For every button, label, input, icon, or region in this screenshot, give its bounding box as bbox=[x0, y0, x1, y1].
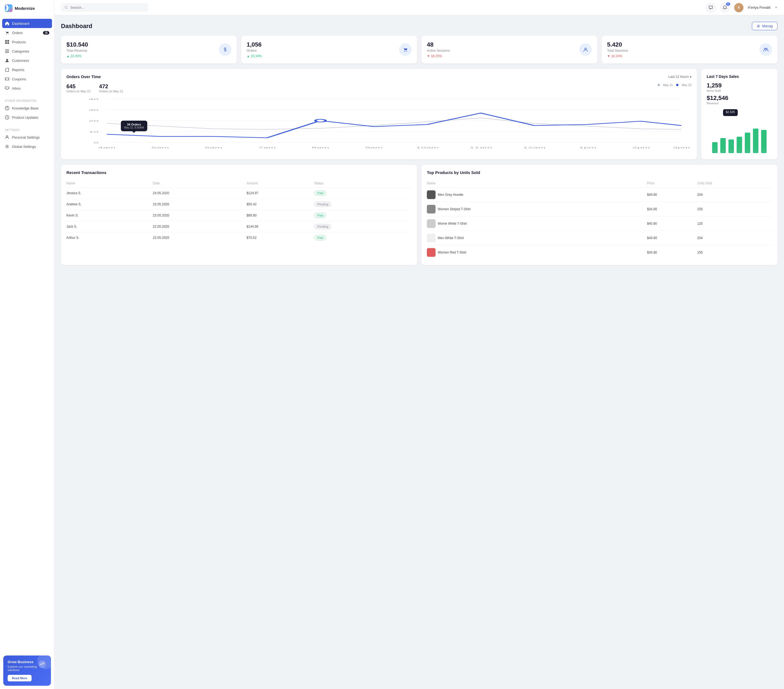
gear-icon bbox=[756, 24, 760, 28]
cell-name: Jack S. bbox=[66, 221, 153, 232]
chat-button[interactable] bbox=[706, 3, 716, 13]
header: 5 X X'eriya Ponald ▼ bbox=[54, 0, 784, 15]
svg-text:12am: 12am bbox=[523, 146, 545, 149]
read-more-button[interactable]: Read More bbox=[8, 675, 31, 681]
active-sessions-change: ▼18.25% bbox=[427, 54, 579, 58]
product-image bbox=[427, 234, 436, 242]
cell-product-name: Women Red T-Shirt bbox=[427, 246, 647, 260]
manage-button[interactable]: Manag bbox=[752, 22, 777, 30]
svg-text:0: 0 bbox=[94, 141, 99, 144]
svg-text:8am: 8am bbox=[312, 146, 329, 149]
svg-rect-3 bbox=[7, 42, 9, 44]
list-item: Men Grey Hoodie $49.90 204 bbox=[427, 188, 772, 202]
person-icon bbox=[5, 135, 9, 139]
total-sessions-change: ▼10.24% bbox=[607, 54, 759, 58]
sales-card: Last 7 Days Sales 1,259 Items Sold $12,5… bbox=[701, 69, 777, 159]
cell-product-units: 204 bbox=[697, 188, 772, 202]
stat-card-active-sessions: 48 Active Sessions ▼18.25% bbox=[422, 36, 597, 63]
orders-label: Orders bbox=[247, 49, 399, 53]
cell-date: 22.05.2020 bbox=[153, 232, 246, 244]
cell-status: Paid bbox=[314, 232, 412, 244]
items-sold-label: Items Sold bbox=[707, 89, 772, 92]
notifications-button[interactable]: 5 bbox=[720, 3, 730, 13]
sidebar-item-coupons[interactable]: Coupons bbox=[0, 74, 54, 84]
logo-icon bbox=[5, 4, 13, 12]
orders-chart-title: Orders Over Time bbox=[66, 74, 101, 79]
sidebar-item-products[interactable]: Products bbox=[0, 37, 54, 46]
revenue-value: $10.540 bbox=[66, 41, 219, 48]
other-info-section: Other Information Knowledge Base Product… bbox=[0, 95, 54, 124]
cell-amount: $89.90 bbox=[247, 210, 315, 221]
home-icon bbox=[5, 21, 9, 26]
table-row: Andrew S. 23.05.2020 $55.42 Pending bbox=[66, 199, 412, 210]
list-item: Men White T-Shirt $49.90 204 bbox=[427, 231, 772, 246]
total-sessions-value: 5.420 bbox=[607, 41, 759, 48]
bell-icon bbox=[723, 5, 727, 10]
revenue-7d-value: $12,546 bbox=[707, 94, 772, 102]
sidebar-item-product-updates[interactable]: Product Updates bbox=[0, 113, 54, 122]
svg-text:1pm: 1pm bbox=[579, 146, 596, 149]
svg-text:6am: 6am bbox=[205, 146, 222, 149]
cell-product-price: $34.90 bbox=[647, 202, 697, 216]
charts-row: Orders Over Time Last 12 Hours ▾ 645 Ord… bbox=[61, 69, 777, 159]
svg-text:2pm: 2pm bbox=[632, 146, 650, 149]
grow-card-title: Grow Business bbox=[8, 660, 38, 664]
svg-text:17: 17 bbox=[754, 150, 757, 152]
sidebar-item-reports[interactable]: Reports bbox=[0, 65, 54, 74]
list-item: Women Striped T-Shirt $34.90 155 bbox=[427, 202, 772, 216]
may21-orders-label: Orders on May 21 bbox=[99, 90, 123, 93]
search-bar[interactable] bbox=[61, 3, 148, 12]
chart-legend: May 21 May 22 bbox=[658, 83, 692, 87]
sidebar-item-categories[interactable]: Categories bbox=[0, 46, 54, 56]
svg-text:40: 40 bbox=[89, 98, 99, 101]
svg-point-13 bbox=[764, 48, 766, 49]
content-area: Dashboard Manag $10.540 Total Revenue ▲2… bbox=[54, 15, 784, 689]
active-sessions-icon bbox=[579, 43, 592, 56]
cell-name: Arthur S. bbox=[66, 232, 153, 244]
cell-product-units: 204 bbox=[697, 231, 772, 246]
sidebar-item-global-settings[interactable]: Global Settings bbox=[0, 142, 54, 151]
sidebar: Modernize Dashboard Orders 16 Products bbox=[0, 0, 54, 689]
orders-value: 1,056 bbox=[247, 41, 399, 48]
cell-product-price: $49.90 bbox=[647, 188, 697, 202]
cell-name: Andrew S. bbox=[66, 199, 153, 210]
avatar: X bbox=[734, 3, 743, 12]
chevron-down-icon[interactable]: ▼ bbox=[775, 6, 777, 9]
stat-card-total-sessions: 5.420 Total Sessions ▼10.24% bbox=[601, 36, 777, 63]
sidebar-item-personal-settings[interactable]: Personal Settings bbox=[0, 133, 54, 142]
customers-icon bbox=[5, 58, 9, 63]
sidebar-item-dashboard[interactable]: Dashboard bbox=[2, 19, 52, 28]
transactions-title: Recent Transactions bbox=[66, 170, 412, 175]
cell-amount: $144.94 bbox=[247, 221, 315, 232]
search-input[interactable] bbox=[70, 5, 145, 10]
svg-point-8 bbox=[7, 146, 8, 147]
table-row: Kevin S. 23.05.2020 $89.90 Paid bbox=[66, 210, 412, 221]
legend-may22-dot bbox=[676, 84, 679, 86]
total-sessions-label: Total Sessions bbox=[607, 49, 759, 53]
stat-card-revenue: $10.540 Total Revenue ▲22.45% $ bbox=[61, 36, 237, 63]
cell-name: Kevin S. bbox=[66, 210, 153, 221]
orders-badge: 16 bbox=[43, 31, 49, 35]
svg-text:7am: 7am bbox=[259, 146, 276, 149]
sidebar-item-customers[interactable]: Customers bbox=[0, 56, 54, 65]
settings-section-label: Settings bbox=[0, 126, 54, 133]
sidebar-item-inbox[interactable]: Inbox bbox=[0, 84, 54, 93]
gear-icon bbox=[5, 144, 9, 149]
chart-filter-button[interactable]: Last 12 Hours ▾ bbox=[668, 75, 692, 79]
svg-rect-2 bbox=[5, 42, 7, 44]
sidebar-item-orders[interactable]: Orders 16 bbox=[0, 28, 54, 37]
table-row: Jessica S. 24.05.2020 $124.97 Paid bbox=[66, 188, 412, 199]
bar-chart-svg: 12 13 14 15 16 17 18 bbox=[707, 118, 772, 153]
sidebar-item-knowledge-base[interactable]: Knowledge Base bbox=[0, 104, 54, 113]
items-sold-value: 1,259 bbox=[707, 82, 772, 89]
stat-card-orders: 1,056 Orders ▲15.34% bbox=[241, 36, 417, 63]
revenue-icon: $ bbox=[219, 43, 231, 56]
top-products-card: Top Products by Units Sold Name Price Un… bbox=[422, 165, 777, 265]
col-price: Price bbox=[647, 179, 697, 188]
col-name: Name bbox=[66, 179, 153, 188]
transactions-table: Name Date Amount Status Jessica S. 24.05… bbox=[66, 179, 412, 243]
line-chart-svg: 0 10 20 30 40 4am 5am 6am bbox=[66, 96, 692, 151]
col-product-name: Name bbox=[427, 179, 647, 188]
svg-text:13: 13 bbox=[721, 150, 725, 152]
list-item: Women Red T-Shirt $34.90 155 bbox=[427, 246, 772, 260]
